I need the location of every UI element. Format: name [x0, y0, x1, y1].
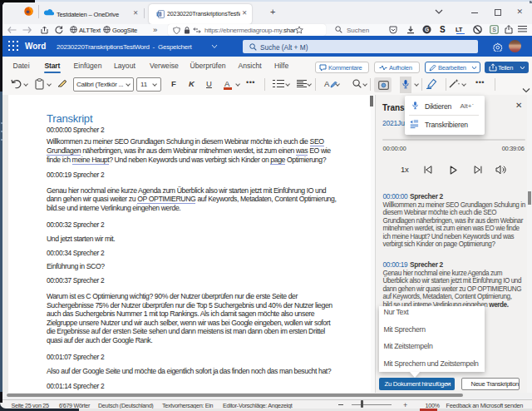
svg-text:W: W — [157, 12, 161, 16]
svg-text:S: S — [492, 27, 496, 32]
svg-text:G: G — [425, 27, 429, 32]
